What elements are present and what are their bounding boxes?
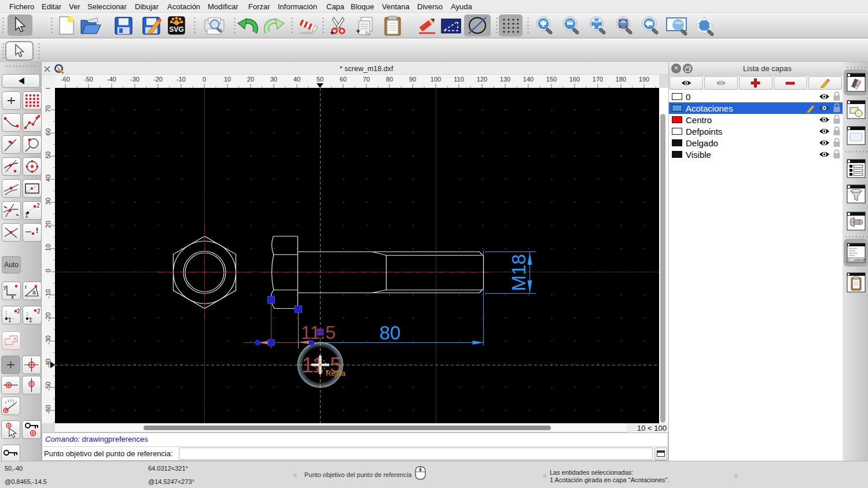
svg-text:1: 1	[29, 317, 32, 323]
svg-text:M18: M18	[508, 254, 529, 291]
svg-text:2: 2	[17, 308, 20, 315]
svg-text:> command: > command	[849, 258, 865, 262]
svg-text:SVG: SVG	[169, 25, 183, 34]
svg-text:a: a	[32, 289, 36, 295]
svg-text:r: r	[25, 284, 27, 290]
svg-text:2: 2	[37, 308, 41, 315]
svg-text:2: 2	[36, 202, 40, 209]
svg-text:1: 1	[25, 212, 28, 219]
svg-text:1: 1	[8, 317, 12, 323]
svg-text:+: +	[356, 27, 361, 35]
svg-text:80: 80	[380, 322, 401, 343]
svg-text:!: !	[36, 226, 38, 235]
svg-text:+: +	[330, 28, 334, 36]
svg-text:y: y	[3, 284, 6, 290]
svg-text:x: x	[11, 294, 14, 300]
svg-text:Rejilla: Rejilla	[326, 369, 345, 378]
